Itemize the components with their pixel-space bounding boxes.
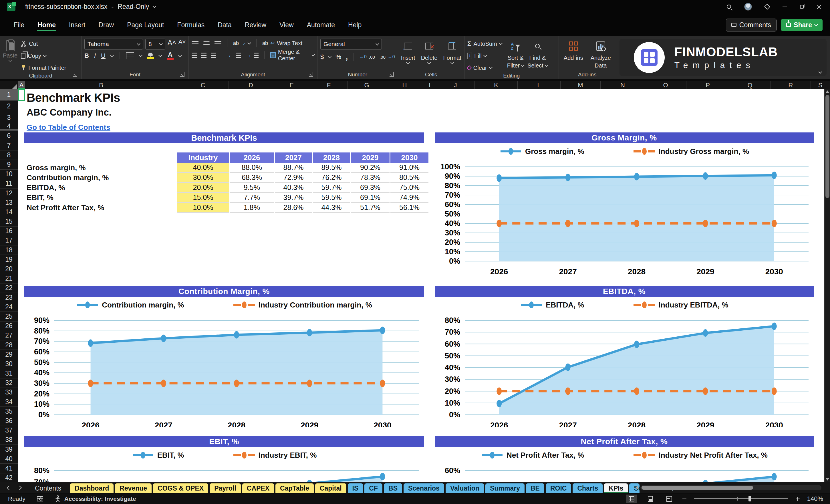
vertical-scroll-thumb[interactable]	[825, 95, 829, 198]
table-of-contents-link[interactable]: Go to Table of Contents	[27, 123, 110, 132]
format-painter-button[interactable]: Format Painter	[21, 63, 66, 72]
kpi-cell[interactable]: 88.0%	[230, 163, 274, 173]
chevron-down-icon[interactable]	[153, 4, 156, 8]
sheet-tab-bs[interactable]: BS	[384, 483, 402, 493]
row-header-38[interactable]: 38	[0, 435, 18, 445]
row-header-39[interactable]: 39	[0, 445, 18, 454]
kpi-cell[interactable]: 7.7%	[230, 193, 274, 203]
align-top-button[interactable]	[192, 41, 198, 45]
avatar[interactable]	[744, 3, 752, 10]
kpi-cell[interactable]: 78.3%	[351, 173, 389, 183]
insert-cells-button[interactable]: ← Insert	[401, 39, 415, 64]
kpi-cell[interactable]: 28.6%	[275, 203, 312, 213]
delete-cells-button[interactable]: ✕ Delete	[421, 39, 438, 64]
column-header-H[interactable]: H	[386, 81, 423, 89]
row-header-3[interactable]: 3	[0, 112, 18, 123]
sheet-tab-contents[interactable]: Contents	[28, 483, 69, 493]
column-header-S[interactable]: S	[811, 81, 830, 89]
kpi-cell[interactable]: 59.5%	[313, 193, 350, 203]
kpi-header-2028[interactable]: 2028	[313, 153, 350, 163]
increase-indent-button[interactable]: →	[246, 51, 259, 60]
sheet-tab-be[interactable]: BE	[526, 483, 544, 493]
kpi-cell[interactable]: 59.7%	[313, 183, 350, 193]
column-header-O[interactable]: O	[645, 81, 687, 89]
vertical-scrollbar[interactable]	[824, 89, 830, 482]
clipboard-dialog-launcher[interactable]	[73, 72, 77, 77]
menu-tab-insert[interactable]: Insert	[64, 17, 91, 33]
row-header-27[interactable]: 27	[0, 331, 18, 340]
horizontal-scrollbar[interactable]	[636, 484, 822, 491]
merge-center-button[interactable]: ↔ Merge & Center	[270, 51, 314, 60]
share-button[interactable]: Share	[781, 19, 823, 31]
sheet-tab-kpis[interactable]: KPIs	[604, 483, 628, 493]
paste-button[interactable]: Paste	[3, 40, 18, 62]
prev-sheet-arrow[interactable]	[7, 485, 11, 490]
chart-gross-margin[interactable]: Gross Margin, % Gross margin, % Industry…	[435, 132, 814, 284]
row-header-37[interactable]: 37	[0, 426, 18, 435]
row-header-17[interactable]: 17	[0, 236, 18, 245]
row-header-42[interactable]: 42	[0, 473, 18, 482]
collapse-ribbon-chevron-icon[interactable]	[818, 70, 822, 74]
column-header-P[interactable]: P	[687, 81, 729, 89]
row-header-36[interactable]: 36	[0, 416, 18, 426]
menu-tab-view[interactable]: View	[274, 17, 298, 33]
premium-diamond-icon[interactable]	[764, 4, 770, 10]
sheet-tab-valuation[interactable]: Valuation	[446, 483, 484, 493]
kpi-cell[interactable]: 39.7%	[275, 193, 312, 203]
column-header-F[interactable]: F	[310, 81, 348, 89]
column-header-Q[interactable]: Q	[729, 81, 771, 89]
kpi-row-label[interactable]: EBITDA, %	[27, 183, 169, 193]
row-header-31[interactable]: 31	[0, 369, 18, 378]
zoom-slider-thumb[interactable]	[748, 496, 751, 501]
chart-ebit[interactable]: EBIT, % EBIT, % Industry EBIT, % 0%10%20…	[24, 436, 424, 482]
sheet-tab-cogs-opex[interactable]: COGS & OPEX	[153, 483, 208, 493]
chart-net-profit-after-tax[interactable]: Net Profit After Tax, % Net Profit After…	[435, 436, 814, 482]
file-mode[interactable]: Read-Only	[118, 3, 149, 10]
page-layout-view-button[interactable]	[645, 495, 656, 503]
font-color-button[interactable]: A	[167, 52, 173, 60]
kpi-row-label[interactable]: Gross margin, %	[27, 163, 169, 173]
selected-cell-a1[interactable]	[18, 89, 25, 101]
sheet-tab-captable[interactable]: CapTable	[276, 483, 314, 493]
kpi-cell[interactable]: 91.0%	[390, 163, 428, 173]
sheet-tab-cf[interactable]: CF	[364, 483, 382, 493]
sheet-tab-is[interactable]: IS	[348, 483, 363, 493]
column-header-J[interactable]: J	[436, 81, 475, 89]
comma-button[interactable]: ,	[346, 53, 348, 62]
row-header-33[interactable]: 33	[0, 388, 18, 397]
chevron-down-icon[interactable]	[158, 54, 162, 57]
select-all-corner[interactable]	[0, 81, 18, 89]
kpi-row-label[interactable]: Net Profit After Tax, %	[27, 203, 169, 213]
kpi-cell[interactable]: 68.3%	[230, 173, 274, 183]
column-header-I[interactable]: I	[423, 81, 436, 89]
kpi-cell[interactable]: 80.5%	[390, 173, 428, 183]
kpi-cell[interactable]: 44.3%	[313, 203, 350, 213]
copy-button[interactable]: Copy	[21, 51, 66, 60]
restore-button[interactable]	[800, 5, 804, 8]
clear-button[interactable]: Clear	[467, 63, 502, 72]
sheet-tab-dashboard[interactable]: Dashboard	[70, 483, 114, 493]
page-break-view-button[interactable]	[664, 495, 675, 503]
sort-filter-button[interactable]: AZ Sort & Filter	[507, 39, 524, 69]
search-icon[interactable]	[727, 5, 731, 9]
close-button[interactable]	[817, 5, 822, 9]
kpi-cell[interactable]: 74.9%	[390, 193, 428, 203]
kpi-header-2029[interactable]: 2029	[351, 153, 389, 163]
kpi-cell[interactable]: 75.0%	[390, 183, 428, 193]
find-select-button[interactable]: Find & Select	[528, 39, 548, 69]
next-sheet-arrow[interactable]	[18, 485, 22, 490]
menu-tab-data[interactable]: Data	[213, 17, 237, 33]
macro-record-icon[interactable]	[37, 496, 43, 501]
kpi-header-2030[interactable]: 2030	[390, 153, 428, 163]
row-header-15[interactable]: 15	[0, 217, 18, 226]
sheet-tab-summary[interactable]: Summary	[485, 483, 524, 493]
row-header-41[interactable]: 41	[0, 464, 18, 473]
kpi-cell[interactable]: 40.3%	[275, 183, 312, 193]
sheet-tab-scenarios[interactable]: Scenarios	[404, 483, 444, 493]
column-header-M[interactable]: M	[561, 81, 601, 89]
sheet-tab-capital[interactable]: Capital	[315, 483, 346, 493]
row-header-9[interactable]: 9	[0, 160, 18, 169]
sheet-tab-charts[interactable]: Charts	[573, 483, 603, 493]
kpi-row-label[interactable]: Contribution margin, %	[27, 173, 169, 183]
align-bottom-button[interactable]	[215, 41, 221, 45]
